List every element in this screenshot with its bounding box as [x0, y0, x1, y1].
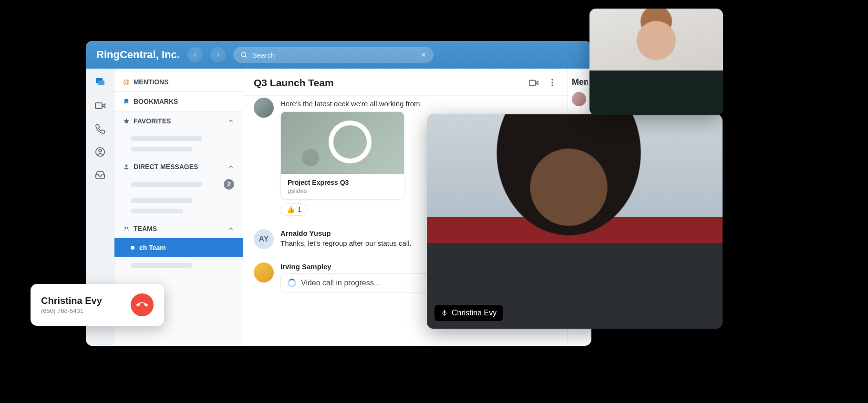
reaction-button[interactable]: 👍 1 — [280, 203, 308, 216]
search-input[interactable] — [252, 51, 415, 59]
sidebar-section-teams[interactable]: TEAMS — [114, 219, 243, 238]
rail-contacts[interactable] — [95, 147, 105, 157]
attachment-type: gslides — [288, 187, 397, 194]
rail-phone[interactable] — [95, 124, 105, 134]
svg-point-16 — [551, 79, 553, 81]
clear-search-icon[interactable] — [420, 51, 427, 58]
skeleton-item — [131, 263, 193, 268]
skeleton-item — [131, 198, 193, 203]
video-feed — [427, 114, 723, 329]
sidebar-item-label: FAVORITES — [134, 117, 171, 125]
sidebar-item-label: BOOKMARKS — [134, 98, 178, 105]
avatar[interactable]: AY — [254, 229, 274, 249]
members-title: Mem — [572, 77, 588, 87]
avatar[interactable] — [254, 262, 274, 282]
member-avatar[interactable] — [572, 92, 586, 106]
avatar[interactable] — [254, 98, 274, 118]
company-name: RingCentral, Inc. — [96, 49, 180, 61]
nav-forward-button[interactable] — [210, 47, 226, 62]
bookmark-icon — [123, 98, 130, 105]
chevron-up-icon — [227, 225, 234, 232]
star-icon — [123, 118, 130, 124]
chevron-up-icon — [227, 163, 234, 170]
svg-point-18 — [551, 84, 553, 86]
video-tile-self[interactable] — [589, 9, 723, 115]
sidebar-section-favorites[interactable]: FAVORITES — [114, 111, 243, 131]
participant-name: Christina Evy — [452, 309, 496, 317]
spinner-icon — [288, 279, 296, 287]
svg-point-0 — [241, 52, 245, 57]
status-text: Video call in progress... — [301, 279, 380, 287]
unread-badge: 2 — [224, 179, 234, 190]
start-video-button[interactable] — [528, 78, 539, 88]
presence-dot-icon — [131, 246, 134, 250]
chevron-up-icon — [227, 118, 234, 124]
rail-chat[interactable] — [94, 76, 106, 88]
rail-video[interactable] — [94, 100, 106, 111]
message-text: Here's the latest deck we're all working… — [280, 100, 557, 108]
skeleton-item — [131, 147, 193, 151]
svg-point-13 — [127, 227, 129, 229]
mic-icon — [441, 310, 448, 316]
svg-line-1 — [245, 56, 247, 58]
sidebar-section-dm[interactable]: DIRECT MESSAGES — [114, 157, 243, 176]
svg-rect-6 — [95, 103, 102, 109]
participant-label: Christina Evy — [434, 305, 503, 321]
search-icon — [240, 51, 248, 59]
nav-back-button[interactable] — [187, 47, 203, 62]
svg-rect-5 — [98, 81, 104, 85]
sidebar-item-label: TEAMS — [134, 225, 157, 232]
conversation-title: Q3 Launch Team — [254, 77, 334, 89]
svg-marker-10 — [124, 118, 129, 123]
more-menu-button[interactable] — [548, 78, 557, 88]
attachment-preview — [281, 112, 404, 174]
teams-icon — [123, 225, 130, 232]
skeleton-item — [131, 136, 202, 141]
svg-point-17 — [551, 81, 553, 83]
sidebar-mentions[interactable]: @ MENTIONS — [114, 72, 243, 92]
reaction-emoji: 👍 — [287, 206, 295, 213]
attachment-title: Project Express Q3 — [288, 179, 397, 186]
reaction-count: 1 — [298, 206, 301, 213]
video-tile-main[interactable]: Christina Evy — [427, 114, 723, 329]
sidebar-item-label: MENTIONS — [134, 78, 169, 86]
svg-point-11 — [125, 164, 128, 167]
team-item-label: ch Team — [139, 244, 166, 252]
team-item-active[interactable]: ch Team — [114, 238, 243, 257]
sidebar-item-label: DIRECT MESSAGES — [134, 163, 198, 171]
skeleton-item — [131, 209, 183, 213]
svg-rect-19 — [444, 310, 445, 313]
hangup-button[interactable] — [131, 293, 154, 316]
svg-point-12 — [124, 227, 126, 229]
svg-rect-14 — [529, 81, 536, 86]
app-header: RingCentral, Inc. — [86, 41, 591, 69]
incoming-call-toast: Christina Evy (650) 768-5431 — [31, 284, 164, 326]
caller-number: (650) 768-5431 — [41, 307, 102, 314]
video-feed — [589, 9, 723, 115]
svg-point-9 — [99, 150, 102, 152]
attachment-card[interactable]: Project Express Q3 gslides — [280, 111, 404, 200]
sidebar-bookmarks[interactable]: BOOKMARKS — [114, 92, 243, 111]
dm-item[interactable]: 2 — [114, 176, 243, 192]
caller-name: Christina Evy — [41, 295, 102, 306]
rail-inbox[interactable] — [95, 170, 105, 180]
person-icon — [123, 163, 130, 170]
search-bar[interactable] — [233, 47, 434, 63]
conversation-header: Q3 Launch Team — [243, 69, 568, 96]
